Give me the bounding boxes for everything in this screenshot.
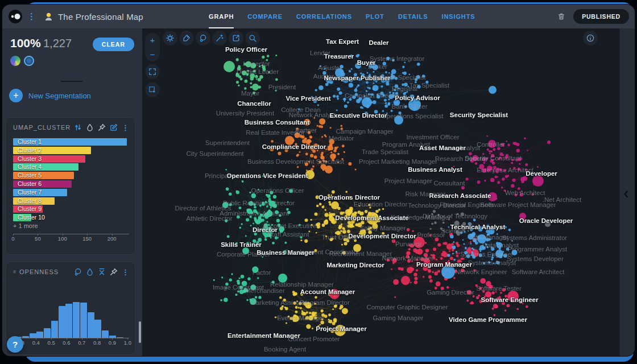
- tab-plot[interactable]: PLOT: [366, 5, 384, 28]
- clear-button[interactable]: CLEAR: [93, 38, 134, 51]
- tab-details[interactable]: DETAILS: [398, 5, 428, 28]
- zoom-out-button[interactable]: −: [150, 50, 155, 59]
- magic-wand-icon[interactable]: [212, 31, 227, 46]
- trash-icon[interactable]: [557, 13, 565, 20]
- lasso-icon[interactable]: [196, 31, 210, 46]
- cluster-bar-label: Cluster 6: [18, 180, 42, 188]
- expand-panel-chevron-icon[interactable]: ‹: [623, 183, 629, 202]
- pin-icon[interactable]: [110, 268, 118, 276]
- cluster-bar-row[interactable]: Cluster 6: [13, 180, 129, 188]
- open-external-icon[interactable]: [229, 31, 243, 46]
- header-kebab-menu-icon[interactable]: ⋮: [27, 11, 36, 22]
- sort-icon[interactable]: [74, 123, 82, 131]
- umap-cluster-panel: UMAP_CLUSTER ⋮ Cluster 1Cluster 2Cluster…: [6, 117, 135, 255]
- tab-compare[interactable]: COMPARE: [247, 5, 283, 28]
- cluster-bar-row[interactable]: Cluster 8: [13, 197, 129, 205]
- dataset-chip-blue[interactable]: [24, 56, 34, 66]
- cluster-bar-row[interactable]: Cluster 3: [13, 155, 129, 163]
- header-actions: PUBLISHED: [557, 5, 629, 28]
- person-emoji-icon: [44, 12, 53, 22]
- histogram-bar: [36, 332, 43, 338]
- cluster-bar-row[interactable]: Cluster 4: [13, 163, 129, 171]
- histogram-bar: [94, 320, 101, 338]
- cluster-bar-row[interactable]: Cluster 9: [13, 205, 129, 213]
- network-graph-canvas[interactable]: [142, 28, 620, 356]
- kebab-menu-icon[interactable]: ⋮: [122, 268, 129, 276]
- cluster-bar-row[interactable]: Cluster 1: [13, 138, 129, 146]
- kebab-menu-icon[interactable]: ⋮: [122, 124, 129, 131]
- axis-tick: 150: [82, 235, 92, 242]
- xbar-icon[interactable]: [98, 268, 106, 276]
- axis-tick: 200: [107, 235, 117, 242]
- openness-histogram[interactable]: [13, 281, 129, 338]
- cluster-bar-row[interactable]: Cluster 5: [13, 172, 129, 179]
- histogram-bar: [102, 330, 109, 338]
- axis-tick: 0.8: [93, 340, 101, 346]
- edit-icon[interactable]: [110, 123, 118, 131]
- droplet-icon[interactable]: [86, 268, 94, 276]
- tab-graph[interactable]: GRAPH: [209, 5, 234, 28]
- histogram-bar: [80, 303, 87, 338]
- histogram-bar: [30, 333, 36, 338]
- more-clusters-label[interactable]: + 1 more: [13, 222, 38, 229]
- axis-tick: 0.5: [47, 340, 55, 346]
- cluster-bar-label: Cluster 7: [18, 189, 42, 196]
- cluster-axis: 050100150200: [13, 234, 129, 234]
- plus-icon: +: [9, 89, 23, 102]
- histogram-bar: [88, 312, 94, 338]
- tab-bar: GRAPHCOMPARECORRELATIONSPLOTDETAILSINSIG…: [209, 5, 475, 28]
- axis-tick: 0.9: [109, 340, 116, 346]
- graph-tools-top: [163, 31, 260, 46]
- histogram-bar: [44, 328, 51, 338]
- sidebar: 100% 1,227 CLEAR + New Segmentation UMAP…: [2, 28, 143, 356]
- openness-axis: 0.30.40.50.60.70.80.91.0: [13, 338, 129, 338]
- histogram-bar: [65, 304, 72, 338]
- cluster-bar-row[interactable]: Cluster 10: [13, 214, 129, 221]
- sidebar-scrollbar-thumb[interactable]: [139, 321, 141, 343]
- new-segmentation-button[interactable]: + New Segmentation: [9, 89, 91, 102]
- tab-correlations[interactable]: CORRELATIONS: [296, 5, 352, 28]
- cluster-bar-row[interactable]: Cluster 2: [13, 147, 129, 154]
- node-count: 1,227: [43, 37, 72, 50]
- help-button[interactable]: ?: [7, 336, 23, 353]
- screen: ⋮ The Professional Map GRAPHCOMPARECORRE…: [0, 0, 637, 364]
- axis-tick: 1.0: [124, 340, 131, 346]
- right-panel-collapsed: ‹: [619, 28, 635, 356]
- selection-percent: 100%: [10, 36, 41, 50]
- app-window: ⋮ The Professional Map GRAPHCOMPARECORRE…: [2, 5, 635, 356]
- pin-icon[interactable]: [98, 123, 106, 131]
- axis-tick: 100: [58, 235, 67, 242]
- tab-insights[interactable]: INSIGHTS: [441, 5, 475, 28]
- tag-icon[interactable]: [179, 31, 194, 46]
- cluster-bar-label: Cluster 1: [18, 138, 42, 146]
- graph-area: Policy OfficerTax ExpertDealerTreasurerB…: [142, 28, 620, 356]
- fit-view-icon[interactable]: [145, 64, 160, 79]
- histogram-bar: [51, 321, 58, 338]
- app-header: ⋮ The Professional Map GRAPHCOMPARECORRE…: [2, 5, 635, 28]
- app-logo-icon[interactable]: [8, 9, 23, 24]
- cluster-bar-label: Cluster 5: [18, 172, 42, 179]
- search-icon[interactable]: [245, 31, 260, 46]
- cluster-bar-chart: Cluster 1Cluster 2Cluster 3Cluster 4Clus…: [13, 138, 129, 222]
- legend-chips: [10, 56, 34, 66]
- zoom-control: + −: [145, 33, 160, 61]
- marquee-select-icon[interactable]: [145, 82, 160, 97]
- openness-panel-header: #OPENNESS ⋮: [6, 262, 135, 276]
- published-button[interactable]: PUBLISHED: [573, 9, 629, 24]
- dataset-chip-multicolor[interactable]: [10, 56, 20, 66]
- droplet-icon[interactable]: [86, 123, 94, 131]
- openness-panel: #OPENNESS ⋮ 0.30.40.50.60.70.80.91.0: [6, 262, 135, 355]
- cluster-bar-row[interactable]: Cluster 7: [13, 189, 129, 196]
- page-title: The Professional Map: [58, 12, 143, 22]
- settings-gear-icon[interactable]: [163, 31, 177, 46]
- umap-panel-title: UMAP_CLUSTER: [13, 124, 74, 131]
- cluster-bar-label: Cluster 9: [18, 205, 42, 213]
- zoom-in-button[interactable]: +: [150, 36, 155, 44]
- info-icon[interactable]: [583, 31, 598, 46]
- umap-panel-header: UMAP_CLUSTER ⋮: [6, 118, 135, 131]
- cluster-bar-label: Cluster 10: [18, 214, 45, 221]
- lasso-icon[interactable]: [74, 268, 82, 276]
- cluster-bar-label: Cluster 8: [18, 197, 42, 205]
- new-segmentation-label: New Segmentation: [28, 92, 91, 100]
- axis-tick: 0: [11, 235, 14, 242]
